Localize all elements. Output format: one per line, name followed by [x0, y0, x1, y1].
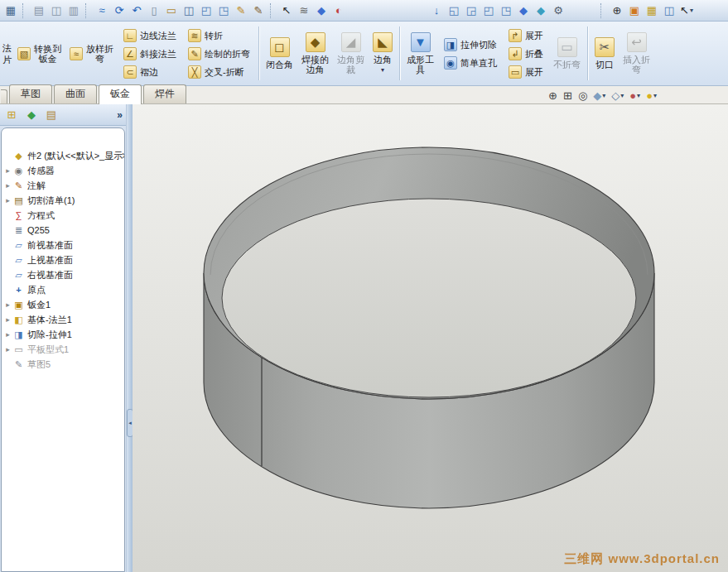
- zoom-fit-button[interactable]: ⊕: [548, 89, 557, 102]
- configurationmanager-tab[interactable]: ▤: [43, 107, 60, 123]
- cross-break-button[interactable]: ╳ 交叉-折断: [186, 64, 253, 80]
- propertymanager-tab[interactable]: ◆: [23, 107, 40, 123]
- tree-item-origin[interactable]: ▸ + 原点: [2, 282, 124, 297]
- tree-item-sheet-metal1[interactable]: ▸ ▣ 钣金1: [2, 297, 124, 312]
- drawing-sheet-button[interactable]: ✎: [233, 2, 249, 19]
- shaded-view-button[interactable]: ◆: [313, 2, 330, 19]
- appearance-button[interactable]: ◐: [330, 2, 347, 19]
- edit-appearance-button[interactable]: ●▾: [629, 89, 640, 102]
- undo-button[interactable]: ↶: [128, 2, 145, 19]
- view-orientation-button[interactable]: ◆▾: [593, 89, 605, 102]
- select-button[interactable]: ↖: [278, 2, 295, 19]
- panel-overflow-chevrons[interactable]: »: [117, 109, 123, 121]
- tree-item-sensors[interactable]: ▸ ◉ 传感器: [2, 163, 124, 178]
- iso-view-button[interactable]: ◆: [515, 2, 532, 19]
- spline-button[interactable]: ≈: [94, 2, 110, 19]
- view-window2-button[interactable]: ◲: [463, 2, 480, 19]
- simple-hole-button[interactable]: ◉ 简单直孔: [441, 55, 499, 71]
- forming-tool-button[interactable]: ▼ 成形工具: [403, 23, 438, 84]
- toolbar-grip[interactable]: [22, 3, 27, 18]
- expand-arrow-icon[interactable]: ▸: [3, 166, 12, 175]
- tree-item-sketch5[interactable]: ▸ ✎ 草图5: [2, 357, 124, 372]
- tab-weldments[interactable]: 焊件: [143, 84, 186, 103]
- graphics-viewport[interactable]: 三维网 www.3dportal.cn: [133, 104, 728, 572]
- tree-item-top-plane[interactable]: ▸ ▱ 上视基准面: [2, 252, 124, 267]
- base-flange-button-clipped[interactable]: 法 片: [0, 23, 13, 84]
- view-window4-button[interactable]: ◳: [498, 2, 514, 19]
- toolbar-grip[interactable]: [270, 3, 275, 18]
- view-settings-button[interactable]: ◎: [578, 89, 587, 102]
- tree-item-part[interactable]: ▸ ◆ 件2 (默认<<默认>_显示状态: [2, 148, 124, 163]
- extruded-cut-icon: ◨: [444, 38, 457, 51]
- edge-flange-button[interactable]: ∟ 边线法兰: [121, 27, 179, 44]
- options-button[interactable]: ⚙: [550, 2, 566, 19]
- convert-to-sheet-metal-button[interactable]: ▧ 转换到钣金: [13, 23, 65, 84]
- ring-hole[interactable]: [222, 199, 636, 397]
- welded-corner-button[interactable]: ◆ 焊接的边角: [297, 23, 333, 84]
- cursor-mode-button[interactable]: ↖▾: [678, 2, 695, 19]
- tree-item-material[interactable]: ▸ ≣ Q255: [2, 223, 124, 238]
- window-split-button[interactable]: ◫: [48, 2, 65, 19]
- tree-item-cut-list[interactable]: ▸ ▤ 切割清单(1): [2, 193, 124, 208]
- tree-item-right-plane[interactable]: ▸ ▱ 右视基准面: [2, 267, 124, 282]
- doc-properties-button[interactable]: ▤: [31, 2, 47, 19]
- unfold-button[interactable]: ↱ 展开: [506, 27, 546, 44]
- view-window3-button[interactable]: ◰: [480, 2, 497, 19]
- expand-arrow-icon[interactable]: ▸: [3, 181, 12, 190]
- extruded-cut-button[interactable]: ◨ 拉伸切除: [441, 36, 499, 53]
- open-button[interactable]: ▭: [163, 2, 180, 19]
- tree-item-base-flange1[interactable]: ▸ ◧ 基体-法兰1: [2, 312, 124, 327]
- tree-item-flat-pattern1[interactable]: ▸ ▭ 平板型式1: [2, 342, 124, 357]
- insert-bends-button[interactable]: ↩ 插入折弯: [619, 23, 654, 84]
- toolbar-grip[interactable]: [85, 3, 90, 18]
- viewport2-button[interactable]: ◳: [215, 2, 232, 19]
- flatten-button[interactable]: ▭ 展开: [506, 64, 546, 80]
- tree-item-annotations[interactable]: ▸ ✎ 注解: [2, 178, 124, 193]
- trimetric-view-button[interactable]: ◆: [533, 2, 549, 19]
- expand-arrow-icon[interactable]: ▸: [3, 196, 12, 204]
- closed-corner-button[interactable]: ◻ 闭合角: [262, 23, 297, 84]
- magnify-button[interactable]: ⊕: [609, 2, 625, 19]
- hem-button[interactable]: ⊂ 褶边: [121, 64, 179, 80]
- expand-arrow-icon[interactable]: ▸: [3, 300, 12, 309]
- zebra-stripes-button[interactable]: ≋: [296, 2, 312, 19]
- view-window-button[interactable]: ◱: [446, 2, 462, 19]
- featuremanager-tab[interactable]: ⊞: [3, 107, 20, 123]
- viewport-button[interactable]: ◰: [198, 2, 215, 19]
- toolbar-grip[interactable]: [600, 3, 605, 18]
- check-grid-button[interactable]: ▦: [644, 2, 660, 19]
- lofted-bend-button[interactable]: ≈ 放样折弯: [65, 23, 118, 84]
- expand-arrow-icon[interactable]: ▸: [3, 330, 12, 339]
- apply-scene-button[interactable]: ●▾: [646, 89, 657, 102]
- sketched-bend-button[interactable]: ✎ 绘制的折弯: [186, 46, 253, 62]
- save-button[interactable]: ◫: [181, 2, 197, 19]
- sketch-edit-button[interactable]: ✎: [250, 2, 267, 19]
- measure-button[interactable]: ▣: [626, 2, 643, 19]
- no-bends-button[interactable]: ▭ 不折弯: [549, 23, 585, 84]
- zoom-area-button[interactable]: ⊞: [563, 89, 572, 102]
- rip-button[interactable]: ✂ 切口: [591, 23, 619, 84]
- panel-splitter[interactable]: ◂: [126, 104, 133, 572]
- corner-trim-button[interactable]: ◢ 边角剪裁: [333, 23, 369, 84]
- panes-button[interactable]: ◫: [661, 2, 677, 19]
- fold-button[interactable]: ↲ 折叠: [506, 46, 546, 62]
- anchor-button[interactable]: ↓: [428, 2, 445, 19]
- new-document-button[interactable]: ▯: [146, 2, 162, 19]
- model-ring[interactable]: [133, 104, 728, 572]
- tree-item-equations[interactable]: ▸ ∑ 方程式: [2, 208, 124, 223]
- expand-arrow-icon[interactable]: ▸: [3, 315, 12, 324]
- expand-arrow-icon[interactable]: ▸: [3, 345, 12, 353]
- tab-features-clipped[interactable]: [1, 89, 7, 103]
- tree-item-front-plane[interactable]: ▸ ▱ 前视基准面: [2, 238, 124, 252]
- grid-button[interactable]: ▦: [2, 2, 19, 19]
- rebuild-button[interactable]: ⟳: [111, 2, 128, 19]
- display-style-button[interactable]: ◇▾: [611, 89, 624, 102]
- print-button[interactable]: ▥: [65, 2, 82, 19]
- tab-surfaces[interactable]: 曲面: [54, 84, 97, 103]
- jog-button[interactable]: ≋ 转折: [186, 27, 253, 44]
- miter-flange-button[interactable]: ∠ 斜接法兰: [121, 46, 179, 62]
- corner-dropdown-button[interactable]: ◣ 边角 ▾: [369, 23, 397, 84]
- tab-sketch[interactable]: 草图: [9, 84, 52, 103]
- tab-sheet-metal[interactable]: 钣金: [99, 84, 142, 104]
- tree-item-cut-extrude1[interactable]: ▸ ◨ 切除-拉伸1: [2, 327, 124, 342]
